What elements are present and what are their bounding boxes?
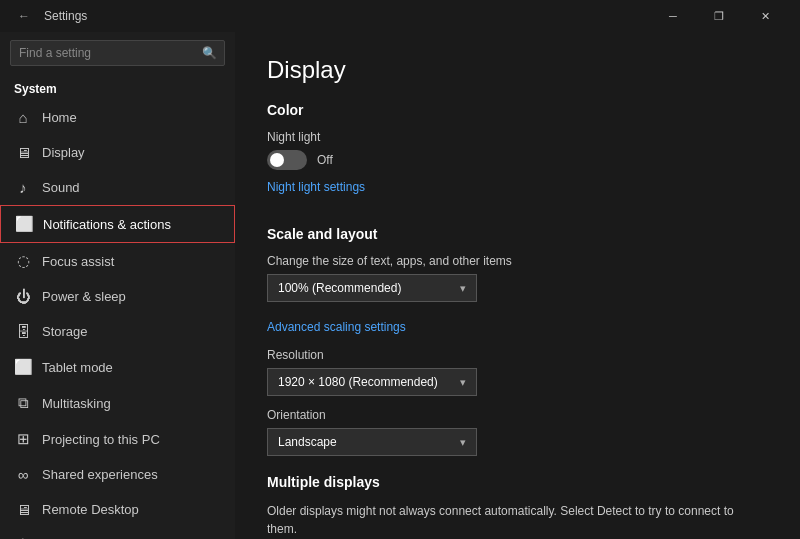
orientation-dropdown[interactable]: Landscape ▾ (267, 428, 477, 456)
night-light-toggle[interactable] (267, 150, 307, 170)
night-light-toggle-row: Off (267, 150, 768, 170)
sidebar-item-display[interactable]: 🖥 Display (0, 135, 235, 170)
titlebar-title: Settings (44, 9, 87, 23)
search-icon: 🔍 (202, 46, 217, 60)
display-icon: 🖥 (14, 144, 32, 161)
multiple-displays-description: Older displays might not always connect … (267, 502, 747, 538)
resolution-label: Resolution (267, 348, 768, 362)
remote-icon: 🖥 (14, 501, 32, 518)
sidebar-item-label: Home (42, 110, 221, 125)
orientation-label: Orientation (267, 408, 768, 422)
close-button[interactable]: ✕ (742, 0, 788, 32)
back-button[interactable]: ← (12, 4, 36, 28)
night-light-settings-link[interactable]: Night light settings (267, 180, 365, 194)
sidebar-item-label: Display (42, 145, 221, 160)
sidebar-item-multitasking[interactable]: ⧉ Multitasking (0, 385, 235, 421)
minimize-button[interactable]: ─ (650, 0, 696, 32)
tablet-icon: ⬜ (14, 358, 32, 376)
back-icon: ← (18, 9, 30, 23)
multitasking-icon: ⧉ (14, 394, 32, 412)
scale-dropdown[interactable]: 100% (Recommended) ▾ (267, 274, 477, 302)
projecting-icon: ⊞ (14, 430, 32, 448)
focus-icon: ◌ (14, 252, 32, 270)
sidebar-item-power[interactable]: ⏻ Power & sleep (0, 279, 235, 314)
sidebar-item-sound[interactable]: ♪ Sound (0, 170, 235, 205)
sidebar: 🔍 System ⌂ Home 🖥 Display ♪ Sound ⬜ Noti… (0, 32, 235, 539)
main-layout: 🔍 System ⌂ Home 🖥 Display ♪ Sound ⬜ Noti… (0, 32, 800, 539)
sidebar-item-label: Power & sleep (42, 289, 221, 304)
sidebar-item-about[interactable]: ℹ About (0, 527, 235, 539)
search-container: 🔍 (10, 40, 225, 66)
sidebar-item-label: Shared experiences (42, 467, 221, 482)
multiple-displays-heading: Multiple displays (267, 474, 768, 490)
sidebar-item-home[interactable]: ⌂ Home (0, 100, 235, 135)
sound-icon: ♪ (14, 179, 32, 196)
sidebar-item-label: Sound (42, 180, 221, 195)
titlebar-controls: ─ ❐ ✕ (650, 0, 788, 32)
orientation-value: Landscape (278, 435, 337, 449)
color-heading: Color (267, 102, 768, 118)
scale-heading: Scale and layout (267, 226, 768, 242)
sidebar-item-remote[interactable]: 🖥 Remote Desktop (0, 492, 235, 527)
resolution-value: 1920 × 1080 (Recommended) (278, 375, 438, 389)
sidebar-item-tablet[interactable]: ⬜ Tablet mode (0, 349, 235, 385)
sidebar-item-focus[interactable]: ◌ Focus assist (0, 243, 235, 279)
sidebar-item-label: Focus assist (42, 254, 221, 269)
home-icon: ⌂ (14, 109, 32, 126)
restore-icon: ❐ (714, 10, 724, 23)
sidebar-item-label: Notifications & actions (43, 217, 220, 232)
sidebar-item-label: Storage (42, 324, 221, 339)
page-title: Display (267, 56, 768, 84)
close-icon: ✕ (761, 10, 770, 23)
chevron-down-icon: ▾ (460, 282, 466, 295)
night-light-label: Night light (267, 130, 768, 144)
storage-icon: 🗄 (14, 323, 32, 340)
shared-icon: ∞ (14, 466, 32, 483)
resolution-dropdown[interactable]: 1920 × 1080 (Recommended) ▾ (267, 368, 477, 396)
sidebar-item-notifications[interactable]: ⬜ Notifications & actions (0, 205, 235, 243)
power-icon: ⏻ (14, 288, 32, 305)
sidebar-item-shared[interactable]: ∞ Shared experiences (0, 457, 235, 492)
content-area: Display Color Night light Off Night ligh… (235, 32, 800, 539)
restore-button[interactable]: ❐ (696, 0, 742, 32)
chevron-down-icon: ▾ (460, 376, 466, 389)
change-size-label: Change the size of text, apps, and other… (267, 254, 768, 268)
sidebar-section-label: System (0, 74, 235, 100)
minimize-icon: ─ (669, 10, 677, 22)
search-input[interactable] (10, 40, 225, 66)
sidebar-item-label: Projecting to this PC (42, 432, 221, 447)
chevron-down-icon: ▾ (460, 436, 466, 449)
sidebar-item-label: Remote Desktop (42, 502, 221, 517)
sidebar-item-label: Tablet mode (42, 360, 221, 375)
sidebar-item-storage[interactable]: 🗄 Storage (0, 314, 235, 349)
advanced-scaling-link[interactable]: Advanced scaling settings (267, 320, 406, 334)
notifications-icon: ⬜ (15, 215, 33, 233)
toggle-off-label: Off (317, 153, 333, 167)
sidebar-item-projecting[interactable]: ⊞ Projecting to this PC (0, 421, 235, 457)
titlebar-left: ← Settings (12, 4, 650, 28)
scale-value: 100% (Recommended) (278, 281, 401, 295)
titlebar: ← Settings ─ ❐ ✕ (0, 0, 800, 32)
sidebar-item-label: Multitasking (42, 396, 221, 411)
